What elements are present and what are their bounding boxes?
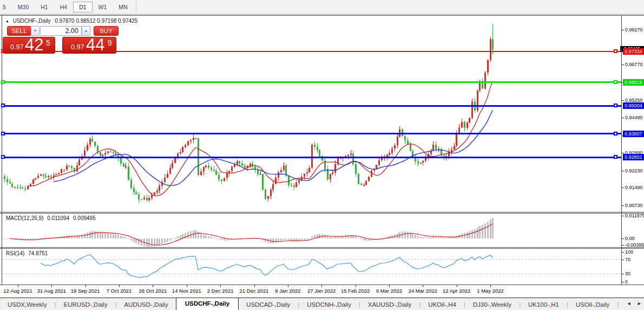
date-axis-tick <box>356 285 356 287</box>
date-label: 21 Dec 2021 <box>235 288 273 294</box>
price-axis-label: 0.95250 <box>625 98 643 103</box>
trading-platform-window: 5M30H1H4D1W1MN ▲ USDCHF-,Daily 0.97870 0… <box>0 0 644 310</box>
price-scale: 0.97425 0.982700.975100.967700.960100.95… <box>622 16 644 285</box>
collapse-arrow-icon[interactable]: ▲ <box>5 19 9 23</box>
timeframe-button-5[interactable]: 5 <box>0 2 12 12</box>
date-axis-tick <box>288 285 288 287</box>
date-axis-tick <box>86 285 86 287</box>
timeframe-button-m30[interactable]: M30 <box>12 2 35 12</box>
date-axis-tick <box>187 285 187 287</box>
hline-0.92801[interactable] <box>2 157 621 158</box>
indicator-axis-label: 0.00 <box>625 236 635 241</box>
timeframe-button-w1[interactable]: W1 <box>93 2 113 12</box>
tab-usdcnhdaily[interactable]: USDCNH-,Daily <box>299 300 359 309</box>
tab-ukoilh4[interactable]: UKOil-,H4 <box>420 300 464 309</box>
volume-increase-button[interactable]: ▲ <box>82 26 90 36</box>
date-axis-tick <box>321 285 322 287</box>
date-axis-tick <box>220 285 221 287</box>
hline-0.95004[interactable] <box>2 105 621 107</box>
tab-scroll-right-icon[interactable]: ► <box>637 301 642 306</box>
date-axis-tick <box>254 285 255 287</box>
tab-eurusddaily[interactable]: EURUSD-,Daily <box>56 300 115 309</box>
date-label: 27 Jan 2022 <box>303 288 340 294</box>
tab-uk100h1[interactable]: UK100-,H1 <box>521 300 567 309</box>
hline-handle[interactable] <box>614 155 617 159</box>
price-axis-tick <box>622 188 624 188</box>
price-axis-label: 0.91490 <box>625 185 643 190</box>
price-level-badge: 0.97334 <box>623 48 644 55</box>
hline-handle[interactable] <box>614 104 617 107</box>
price-axis-label: 0.92230 <box>625 168 643 173</box>
tab-scroll-left-icon[interactable]: ◄ <box>627 301 632 306</box>
sell-price-big-digits: 42 <box>25 35 43 55</box>
toolbar-separator <box>136 2 136 12</box>
sell-price-display[interactable]: 0.97 42 5 <box>3 37 55 54</box>
tab-dj30weekly[interactable]: DJ30-,Weekly <box>465 300 519 309</box>
price-axis-label: 0.90730 <box>625 203 643 208</box>
plot-left-border <box>2 16 2 285</box>
hline-handle[interactable] <box>614 80 617 84</box>
timeframe-button-h1[interactable]: H1 <box>35 2 54 12</box>
timeframe-button-mn[interactable]: MN <box>113 2 133 12</box>
tab-usdchfdaily[interactable]: USDCHF-,Daily <box>176 298 239 310</box>
indicator-axis-tick <box>622 252 624 253</box>
buy-price-display[interactable]: 0.97 44 9 <box>62 37 116 54</box>
macd-label: MACD(12,26,9) 0.011094 0.009495 <box>6 215 96 221</box>
panel-separator <box>0 213 644 214</box>
indicator-axis-label: 30 <box>625 271 630 276</box>
tab-usdxweekly[interactable]: USDX,Weekly <box>0 300 55 309</box>
date-label: 19 Sep 2021 <box>67 288 104 294</box>
tab-usdcaddaily[interactable]: USDCAD-,Daily <box>239 300 298 309</box>
indicator-axis-label: 0.011979 <box>625 213 644 218</box>
panel-separator <box>0 248 644 249</box>
indicator-axis-tick <box>622 238 624 239</box>
chart-symbol-label: USDCHF-,Daily <box>13 18 51 24</box>
price-axis-tick <box>622 153 624 153</box>
tab-usoildaily[interactable]: USOil-,Daily <box>568 300 617 309</box>
tab-audusddaily[interactable]: AUDUSD-,Daily <box>117 300 176 309</box>
date-axis-tick <box>18 285 18 287</box>
sell-button[interactable]: SELL <box>7 26 31 36</box>
volume-input[interactable]: 2.00 <box>40 26 82 36</box>
hline-handle[interactable] <box>614 49 617 53</box>
rsi-indicator-canvas[interactable] <box>2 249 621 285</box>
one-click-trade-panel: SELL ▼ 2.00 ▲ BUY 0.97 42 5 0.97 44 9 <box>3 25 119 55</box>
panel-separator[interactable] <box>0 212 644 212</box>
tab-scroll-arrows: ◄ ► <box>622 301 642 306</box>
date-axis-tick <box>153 285 153 287</box>
date-axis-tick <box>51 285 52 287</box>
price-level-badge: 0.95004 <box>623 102 644 109</box>
buy-button[interactable]: BUY <box>94 26 119 36</box>
volume-decrease-button[interactable]: ▼ <box>31 26 40 36</box>
spin-up-icon: ▲ <box>84 29 88 33</box>
panel-separator[interactable] <box>0 247 644 248</box>
timeframe-toolbar: 5M30H1H4D1W1MN <box>0 0 644 15</box>
price-level-badge: 0.93807 <box>623 131 644 137</box>
tab-xauusddaily[interactable]: XAUUSD-,Daily <box>360 300 419 309</box>
spin-down-icon: ▼ <box>34 29 37 33</box>
indicator-axis-tick <box>622 274 624 274</box>
price-level-badge: 0.96019 <box>623 79 644 86</box>
price-axis-tick <box>622 205 624 206</box>
price-axis-tick <box>622 100 624 101</box>
chart-ohlc-values: 0.97870 0.98512 0.97198 0.97425 <box>55 18 138 24</box>
date-axis: 12 Aug 202131 Aug 202119 Sep 20217 Oct 2… <box>0 285 644 298</box>
timeframe-button-d1[interactable]: D1 <box>73 2 92 12</box>
sell-price-pip-digit: 5 <box>46 38 50 47</box>
price-axis-label: 0.94490 <box>625 115 643 120</box>
price-axis-tick <box>622 64 624 65</box>
date-axis-tick <box>457 285 457 287</box>
hline-0.96019[interactable] <box>2 81 621 83</box>
hline-handle[interactable] <box>614 132 617 135</box>
sell-price-prefix: 0.97 <box>10 43 23 51</box>
date-label: 24 Mar 2022 <box>404 288 442 294</box>
hline-0.93807[interactable] <box>2 133 621 134</box>
date-label: 1 May 2022 <box>471 288 509 294</box>
timeframe-button-h4[interactable]: H4 <box>54 2 73 12</box>
timeframe-buttons: 5M30H1H4D1W1MN <box>0 2 134 12</box>
price-level-badge: 0.92801 <box>623 154 644 160</box>
indicator-axis-tick <box>622 216 624 216</box>
price-axis-tick <box>622 171 624 171</box>
buy-price-pip-digit: 9 <box>108 38 112 47</box>
price-axis-label: 0.96770 <box>625 62 643 67</box>
